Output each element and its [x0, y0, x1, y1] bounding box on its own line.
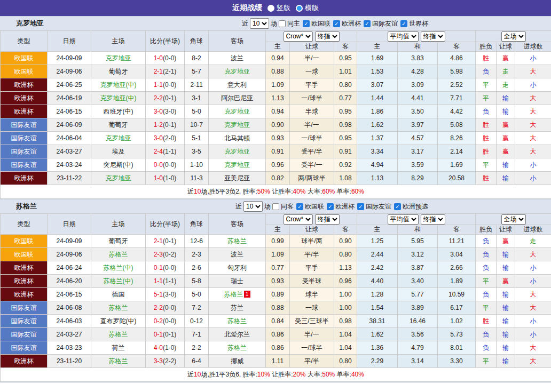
avg-draw-odds: 3.56: [398, 328, 438, 341]
league-checkbox-2[interactable]: ✓: [357, 203, 364, 210]
fulltime-select[interactable]: 全场: [501, 214, 526, 225]
handicap-line: 一/球半: [290, 92, 334, 105]
average-select[interactable]: 平均值: [388, 214, 419, 225]
away-team: 北马其顿: [209, 132, 266, 145]
summary-row: 近10场,胜1平3负6, 胜率:10% 让胜率:20% 大率:50% 单率:40…: [1, 368, 551, 382]
recent-count-select[interactable]: 10: [250, 18, 269, 29]
avg-home-odds: 3.34: [357, 145, 398, 158]
handicap-home-odds: 0.89: [266, 288, 290, 301]
match-type-badge: 国际友谊: [1, 118, 48, 132]
summary-segment: 场,胜5平3负2, 胜率:: [201, 188, 257, 195]
match-type-badge: 国际友谊: [1, 301, 48, 315]
league-label-2: 国际友谊: [366, 202, 391, 211]
home-team-name: 克罗地亚(中): [100, 81, 137, 89]
match-type-badge: 欧洲杯: [1, 92, 48, 105]
away-team: 苏格兰: [209, 315, 266, 328]
league-checkbox-3[interactable]: ✓: [394, 203, 401, 210]
home-team: 葡萄牙: [91, 118, 146, 132]
avg-draw-odds: 3.09: [398, 78, 438, 92]
average-group: 平均值终指: [357, 31, 476, 42]
team-section-croatia: 克罗地亚 近 10 场 同主 ✓ 欧国联 ✓ 欧洲杯 ✓ 国际友谊 ✓ 世界杯: [0, 16, 551, 199]
match-date: 24-06-24: [48, 261, 91, 275]
odds-stage-select[interactable]: 终指: [315, 31, 340, 42]
layout-radio-vertical[interactable]: 竖版: [267, 3, 290, 13]
games-label: 场: [264, 202, 271, 211]
sub-goals: 进球数: [515, 42, 551, 52]
avg-draw-odds: 3.40: [398, 275, 438, 288]
same-venue-checkbox[interactable]: [279, 20, 286, 27]
match-date: 24-06-08: [48, 301, 91, 315]
avg-home-odds: 3.07: [357, 78, 398, 92]
handicap-away-odds: 1.04: [334, 341, 357, 355]
avg-away-odds: 3.04: [438, 248, 476, 261]
recent-count-select[interactable]: 10: [243, 201, 263, 212]
league-checkbox-0[interactable]: ✓: [296, 203, 303, 210]
layout-radio-horizontal[interactable]: 横版: [296, 3, 319, 13]
handicap-away-odds: 1.00: [334, 301, 357, 315]
league-checkbox-2[interactable]: ✓: [364, 20, 371, 27]
handicap-home-odds: 0.86: [266, 341, 290, 355]
handicap-line: 受半/一: [290, 158, 334, 172]
league-checkbox-1[interactable]: ✓: [327, 203, 334, 210]
match-row: 国际友谊24-06-08苏格兰2-2(0-0)7-2芬兰0.88一球1.001.…: [1, 301, 551, 315]
sub-handicap: 让球: [290, 42, 334, 52]
result-winloss: 平: [476, 92, 497, 105]
result-winloss: 负: [476, 288, 497, 301]
away-team-name: 匈牙利: [227, 264, 247, 271]
result-goals: 小: [515, 158, 551, 172]
away-team-name: 阿尔巴尼亚: [221, 94, 253, 102]
sub-handicap-result: 让球: [497, 42, 515, 52]
league-checkbox-1[interactable]: ✓: [333, 20, 340, 27]
avg-away-odds: 1.69: [438, 158, 476, 172]
handicap-home-odds: 0.94: [266, 105, 290, 118]
home-team: 克罗地亚(中): [91, 92, 146, 105]
home-team: 突尼斯(中): [91, 158, 146, 172]
summary-segment: 20%: [293, 371, 306, 378]
away-team-name: 北马其顿: [224, 134, 250, 142]
average-group: 平均值终指: [357, 214, 476, 225]
handicap-line: 球半: [290, 288, 334, 301]
handicap-away-odds: 0.98: [334, 118, 357, 132]
match-date: 24-06-15: [48, 288, 91, 301]
same-venue-checkbox[interactable]: [272, 203, 279, 210]
result-winloss: 负: [476, 328, 497, 341]
avg-away-odds: 8.01: [438, 341, 476, 355]
away-team-name: 苏格兰: [224, 291, 243, 298]
handicap-line: 平/半: [290, 248, 334, 261]
score-cell: 3-3(2-2): [146, 355, 185, 368]
avg-home-odds: 1.44: [357, 92, 398, 105]
handicap-line: 受三/三球半: [290, 315, 334, 328]
games-label: 场: [271, 19, 277, 28]
result-winloss: 平: [476, 78, 497, 92]
avg-home-odds: 1.54: [357, 301, 398, 315]
away-team: 波兰: [209, 248, 266, 261]
odds-stage-select[interactable]: 终指: [315, 214, 340, 225]
team-name: 克罗地亚: [16, 19, 44, 28]
avg-draw-odds: 3.83: [398, 52, 438, 65]
radio-unselected-icon[interactable]: [296, 5, 303, 12]
fulltime-select[interactable]: 全场: [501, 31, 526, 42]
match-date: 24-06-25: [48, 78, 91, 92]
bookmaker-select[interactable]: Crow*: [284, 214, 313, 225]
avg-away-odds: 3.30: [438, 355, 476, 368]
handicap-home-odds: 1.11: [266, 355, 290, 368]
result-winloss: 负: [476, 65, 497, 78]
sub-avg-away: 客: [438, 225, 476, 235]
col-home: 主场: [91, 31, 146, 52]
league-checkbox-3[interactable]: ✓: [400, 20, 407, 27]
avg-away-odds: 2.52: [438, 78, 476, 92]
result-handicap: 赢: [497, 235, 515, 248]
avg-home-odds: 2.44: [357, 248, 398, 261]
home-team-name: 埃及: [112, 148, 125, 155]
match-date: 24-03-23: [48, 341, 91, 355]
average-select[interactable]: 平均值: [388, 31, 419, 42]
bookmaker-select[interactable]: Crow*: [284, 31, 313, 42]
result-goals: 小: [515, 261, 551, 275]
radio-selected-icon[interactable]: [267, 5, 274, 12]
avg-stage-select[interactable]: 终指: [421, 31, 445, 42]
avg-stage-select[interactable]: 终指: [421, 214, 445, 225]
match-date: 24-03-24: [48, 158, 91, 172]
league-checkbox-0[interactable]: ✓: [303, 20, 310, 27]
match-type-badge: 国际友谊: [1, 328, 48, 341]
avg-home-odds: 1.62: [357, 328, 398, 341]
